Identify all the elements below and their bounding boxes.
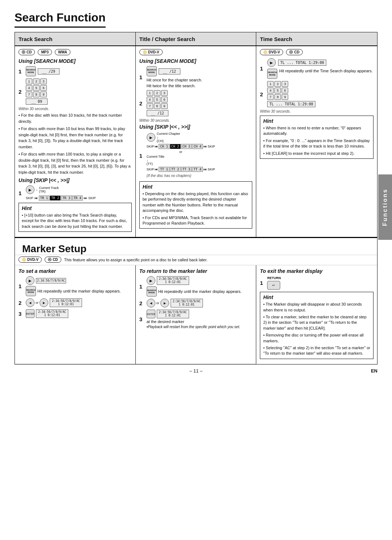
cd-badge: 🖸 CD xyxy=(19,49,35,55)
marker-set-col: To set a marker 1 ▶ 2:34:56/7/8/9/AC xyxy=(15,265,136,364)
time-hint-text-3: • Hit [CLEAR] to erase the incorrect inp… xyxy=(263,151,370,156)
time-search-col: Time Search 📀 DVD-V 🖸 CD 1 xyxy=(256,32,377,237)
track-search-header: Track Search xyxy=(15,32,135,46)
track-step1: 1 SEARCH MODE __ /29 xyxy=(19,66,132,76)
marker-intro-text: This feature allows you to assign a spec… xyxy=(64,258,208,262)
track-body-text: • For the disc with less than 10 tracks,… xyxy=(19,112,132,175)
title-search-mode-title: Using [SEARCH MODE] xyxy=(139,58,253,64)
marker-exit-col: To exit the marker display 1 RETURN ↩ Hi… xyxy=(256,265,377,364)
search-mode-btn-1[interactable]: SEARCH MODE xyxy=(26,66,36,76)
search-mode-btn-title[interactable]: SEARCH MODE xyxy=(147,66,157,76)
title-chapter-search-col: Title / Chapter Search 📀 DVD-V Using [SE… xyxy=(136,32,257,237)
marker-return-step3-text: at the desired marker xyxy=(147,319,240,324)
track-cells: TR 1 TR 2 TR 3 TR 4 xyxy=(39,196,83,201)
skip-fwd-icon: ⏭ xyxy=(84,196,87,200)
numpad-title: 123 456 789 xyxy=(147,90,168,109)
skip-back-tt-icon: ⏮ xyxy=(155,168,158,171)
cd-badge-time: 🖸 CD xyxy=(286,49,302,55)
track-search-body: 🖸 CD MP3 WMA Using [SEARCH MODE] 1 xyxy=(15,46,135,237)
marker-set-step2: 2 ◀ or ▶ 2:34:56/7/8/9/AC 1 0:12:01 xyxy=(19,298,132,307)
skip-back-ch-icon: ⏮ xyxy=(155,145,158,148)
marker-return-step3: 3 ENTER 2:34:56/7/8/9/AC 1 0:12:01 at th… xyxy=(139,310,253,329)
marker-cd-icon: 🖸 xyxy=(48,258,52,262)
marker-setup-section: Marker Setup 📀 DVD-V 🖸 CD This feature a… xyxy=(15,237,377,364)
title-chapter-header: Title / Chapter Search xyxy=(136,32,256,46)
marker-exit-title: To exit the marker display xyxy=(260,268,373,274)
track-step1-display: __ /29 xyxy=(38,68,60,74)
play-btn-marker1: ▶ xyxy=(26,276,34,285)
marker-hint-1: • The Marker display will disappear in a… xyxy=(263,302,370,313)
page-footer: – 11 – EN xyxy=(15,364,377,375)
time-step2-display: TL ... TOTAL 1:29:00 xyxy=(267,101,315,107)
title-step2-display: __ /12 xyxy=(147,110,168,116)
footer-lang: EN xyxy=(371,368,377,374)
marker-return-col: To return to the marker later 1 ▶ 2:34:5… xyxy=(136,265,257,364)
dvdv-icon-time: 📀 xyxy=(263,50,268,54)
tt-skip-row: SKIP ⏮ TT 1 TT 2 TT 3 TT 4 ⏭ SKIP xyxy=(147,167,215,172)
skip-back-icon: ⏮ xyxy=(34,196,38,200)
marker-set-title: To set a marker xyxy=(19,268,132,274)
marker-set-step1-display: 2:34:56/7/8/9/AC xyxy=(36,278,66,283)
time-step1: 1 ▶ TL ... TOTAL 1:29:00 SEARCH MODE Hit… xyxy=(260,58,373,79)
enter-btn2: ENTER xyxy=(147,310,155,318)
title-chapter-body: 📀 DVD-V Using [SEARCH MODE] 1 SEARCH MOD… xyxy=(136,46,256,234)
marker-dvdv-badge: 📀 DVD-V xyxy=(19,257,42,263)
marker-set-step1: 1 ▶ 2:34:56/7/8/9/AC SEARCH xyxy=(19,276,132,296)
ch-skip-row: SKIP ⏮ CH 1 CH 2 CH 3 CH 4 ⏭ SKIP xyxy=(147,144,215,149)
or-right-btn: ▶ xyxy=(40,298,48,307)
or-label2: or xyxy=(156,301,159,305)
search-mode-btn-time[interactable]: SEARCH MODE xyxy=(267,69,277,79)
hit-twice-text: Hit twice for the title search. xyxy=(147,84,202,88)
marker-return-step3-display: 2:34:56/7/8/9/AC 1 0:12:01 xyxy=(157,310,189,318)
marker-set-step3-display: 2:34:56/7/8/9/AC 1 0:12:01 xyxy=(36,309,68,318)
cd-icon: 🖸 xyxy=(22,50,25,54)
enter-btn: ENTER xyxy=(26,309,34,318)
marker-setup-title: Marker Setup xyxy=(19,240,90,255)
title-step1-display: __ /12 xyxy=(159,68,180,74)
numpad: 123 456 789 xyxy=(26,78,48,97)
marker-set-step2-display: 2:34:56/7/8/9/AC 1 0:12:01 xyxy=(50,298,82,307)
track-within-text: Within 30 seconds. xyxy=(19,107,132,111)
play-btn-time: ▶ xyxy=(267,58,276,67)
track-search-col: Track Search 🖸 CD MP3 WMA xyxy=(15,32,136,237)
marker-cd-badge: 🖸 CD xyxy=(45,257,61,263)
search-mode-btn-marker[interactable]: SEARCH MODE xyxy=(26,286,36,296)
skip-fwd-ch-icon: ⏭ xyxy=(204,145,207,148)
time-search-body: 📀 DVD-V 🖸 CD 1 ▶ TL ... TOTAL 1:29:00 xyxy=(256,46,377,164)
title-hint-box: Hint • Depending on the disc being playe… xyxy=(139,181,253,229)
track-step2: 2 123 456 789 __ 09 xyxy=(19,78,132,105)
marker-dvdv-icon: 📀 xyxy=(22,258,26,262)
or-left-btn2: ◀ xyxy=(147,299,155,307)
title-media-icons: 📀 DVD-V xyxy=(139,49,253,55)
marker-set-step3: 3 ENTER 2:34:56/7/8/9/AC 1 0:12:01 xyxy=(19,309,132,318)
return-btn[interactable]: ↩ xyxy=(267,281,280,290)
track-search-mode-title: Using [SEARCH MODE] xyxy=(19,58,132,64)
marker-grid: To set a marker 1 ▶ 2:34:56/7/8/9/AC xyxy=(15,265,377,364)
no-chapters-note: (If the disc has no chapters) xyxy=(147,174,215,178)
marker-hint-4: • Selecting "AC" at step 2) in the secti… xyxy=(263,345,370,356)
return-label: RETURN xyxy=(267,276,281,280)
skip-fwd-tt-icon: ⏭ xyxy=(204,168,207,171)
time-within-text: Within 30 seconds. xyxy=(260,109,373,113)
marker-hint-3: • Removing the disc or turning off the p… xyxy=(263,333,370,344)
search-function-grid: Track Search 🖸 CD MP3 WMA xyxy=(15,32,377,237)
marker-return-step1-display: 2:34:56/7/8/9/AC 1 0:12:01 xyxy=(157,276,189,285)
page-title: Search Function xyxy=(15,11,106,28)
dvdv-badge-title: 📀 DVD-V xyxy=(139,49,163,55)
page-number: – 11 – xyxy=(189,368,203,374)
or-left-btn: ◀ xyxy=(26,298,34,307)
dvdv-icon-title: 📀 xyxy=(143,50,147,54)
title-hint-text-1: • Depending on the disc being played, th… xyxy=(143,191,249,214)
mp3-badge: MP3 xyxy=(38,49,52,55)
marker-return-step2-display: 2:34:56/7/8/9/AC 1 0:12:01 xyxy=(171,299,203,307)
functions-tab: Functions xyxy=(378,174,392,240)
play-btn-title: ▶ xyxy=(147,133,155,142)
search-mode-btn-marker-return[interactable]: SEARCH MODE xyxy=(147,286,157,297)
time-step1-display: TL ... TOTAL 1:29:00 xyxy=(278,60,326,66)
dvdv-badge-time: 📀 DVD-V xyxy=(260,49,283,55)
track-hint-box: Hint • [+10] button can also bring the T… xyxy=(19,203,132,232)
title-step2: 2 123 456 789 __ /12 xyxy=(139,90,253,116)
play-btn-marker2: ▶ xyxy=(147,276,155,285)
track-skip-step1: 1 ▶ ↓ Current Track (TR) SKIP ⏮ xyxy=(19,185,132,201)
marker-set-step1-text: Hit repeatedly until the marker display … xyxy=(37,289,121,293)
